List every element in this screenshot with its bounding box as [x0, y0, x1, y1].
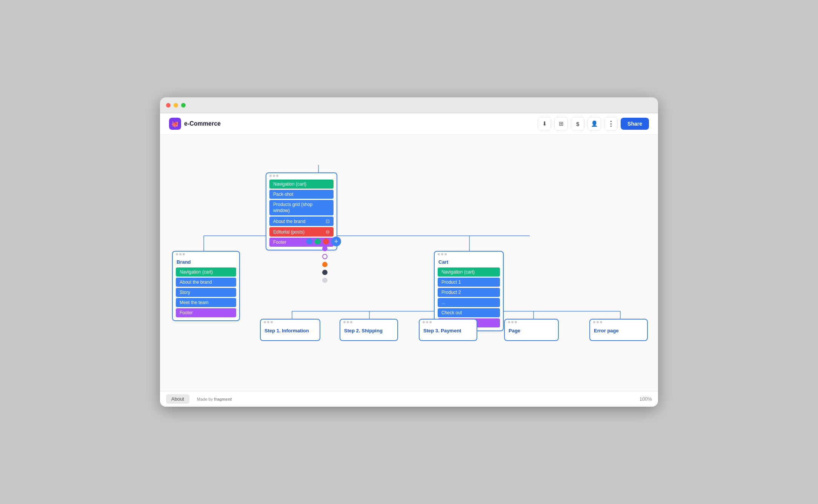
octopus-icon: 🐙: [171, 120, 179, 128]
brand-item-footer: Footer: [176, 308, 236, 317]
palette-orange[interactable]: [322, 262, 328, 267]
chrome-dot-yellow[interactable]: [174, 103, 178, 108]
canvas[interactable]: Navigation (cart) Pack-shot Products gri…: [160, 135, 658, 391]
card-dot-2: [511, 321, 514, 323]
step3-card-header: [420, 320, 477, 325]
card-dot-3: [515, 321, 517, 323]
card-dot-3: [183, 253, 185, 255]
main-item-editorial: Editorial (posts) ⊖: [269, 227, 334, 237]
page-card-header: [505, 320, 558, 325]
card-dot-1: [264, 321, 266, 323]
main-item-brand: About the brand ⊡: [269, 217, 334, 226]
brand-card-header: [173, 252, 239, 257]
status-bar: About Made by fragment 100%: [160, 391, 658, 407]
step3-node-card: Step 3. Payment: [419, 319, 477, 341]
card-dot-3: [429, 321, 432, 323]
toolbar-actions: ⬇ ⊞ $ 👤 ⋮ Share: [538, 117, 649, 131]
brand-title: Brand: [173, 257, 239, 266]
app-title: e-Commerce: [184, 120, 221, 127]
card-dot-1: [176, 253, 178, 255]
card-dot-2: [426, 321, 428, 323]
step1-title: Step 1. Information: [261, 325, 320, 336]
card-dot-3: [276, 175, 278, 177]
palette-dot-red[interactable]: [323, 238, 329, 244]
card-dot-2: [441, 253, 443, 255]
more-button[interactable]: ⋮: [604, 117, 618, 131]
palette-dot-blue[interactable]: [306, 238, 312, 244]
image-button[interactable]: ⊞: [554, 117, 568, 131]
step2-card-header: [340, 320, 397, 325]
palette-gray[interactable]: [322, 278, 328, 283]
page-title: Page: [505, 325, 558, 336]
card-dot-3: [350, 321, 352, 323]
chrome-dot-green[interactable]: [181, 103, 186, 108]
error-card-header: [590, 320, 647, 325]
dollar-button[interactable]: $: [571, 117, 584, 131]
main-item-packshot: Pack-shot: [269, 190, 334, 199]
about-button[interactable]: About: [166, 394, 189, 404]
card-dot-1: [423, 321, 425, 323]
card-dot-2: [179, 253, 181, 255]
step2-title: Step 2. Shipping: [340, 325, 397, 336]
card-dot-1: [343, 321, 346, 323]
logo-area: 🐙 e-Commerce: [169, 118, 538, 130]
app: 🐙 e-Commerce ⬇ ⊞ $ 👤 ⋮ Share: [160, 113, 658, 407]
step1-node-card: Step 1. Information: [260, 319, 320, 341]
main-item-products: Products grid (shop window): [269, 200, 334, 215]
card-dot-3: [600, 321, 602, 323]
card-dot-2: [597, 321, 599, 323]
step3-title: Step 3. Payment: [420, 325, 477, 336]
brand-item-story: Story: [176, 288, 236, 297]
palette-purple[interactable]: [322, 246, 328, 251]
card-dot-1: [593, 321, 595, 323]
zoom-level: 100%: [640, 396, 652, 402]
error-title: Error page: [590, 325, 647, 336]
cart-item-checkout: Check out: [438, 308, 500, 317]
logo-icon: 🐙: [169, 118, 181, 130]
brand-item-nav: Navigation (cart): [176, 267, 236, 277]
brand-node-card: Brand Navigation (cart) About the brand …: [172, 251, 240, 321]
palette-area: +: [306, 237, 341, 246]
brand-item-about: About the brand: [176, 278, 236, 287]
card-dot-2: [267, 321, 269, 323]
card-dot-1: [438, 253, 440, 255]
toolbar: 🐙 e-Commerce ⬇ ⊞ $ 👤 ⋮ Share: [160, 113, 658, 135]
add-node-button[interactable]: +: [331, 237, 341, 246]
page-node-card: Page: [504, 319, 559, 341]
card-dot-3: [271, 321, 273, 323]
browser-chrome: [160, 97, 658, 113]
cart-item-product2: Product 2: [438, 288, 500, 297]
chrome-dot-red[interactable]: [166, 103, 171, 108]
card-dot-2: [273, 175, 275, 177]
cart-item-nav: Navigation (cart): [438, 267, 500, 277]
palette-dot-green[interactable]: [315, 238, 321, 244]
cart-item-ellipsis: ...: [438, 298, 500, 307]
card-dot-1: [269, 175, 272, 177]
screen: 🐙 e-Commerce ⬇ ⊞ $ 👤 ⋮ Share: [160, 97, 658, 407]
cart-item-product1: Product 1: [438, 278, 500, 287]
error-node-card: Error page: [589, 319, 648, 341]
card-dot-3: [444, 253, 447, 255]
download-button[interactable]: ⬇: [538, 117, 551, 131]
user-button[interactable]: 👤: [587, 117, 601, 131]
card-dot-1: [508, 321, 510, 323]
palette-dark[interactable]: [322, 270, 328, 275]
made-by-text: Made by fragment: [197, 397, 232, 401]
palette-purple-outline[interactable]: [322, 254, 328, 259]
cart-title: Cart: [435, 257, 503, 266]
share-button[interactable]: Share: [621, 118, 649, 130]
step2-node-card: Step 2. Shipping: [340, 319, 398, 341]
step1-card-header: [261, 320, 320, 325]
cart-card-header: [435, 252, 503, 257]
main-item-nav: Navigation (cart): [269, 180, 334, 189]
card-dot-2: [347, 321, 349, 323]
brand-item-team: Meet the team: [176, 298, 236, 307]
color-palette-column: [322, 246, 328, 283]
card-header: [266, 173, 337, 178]
